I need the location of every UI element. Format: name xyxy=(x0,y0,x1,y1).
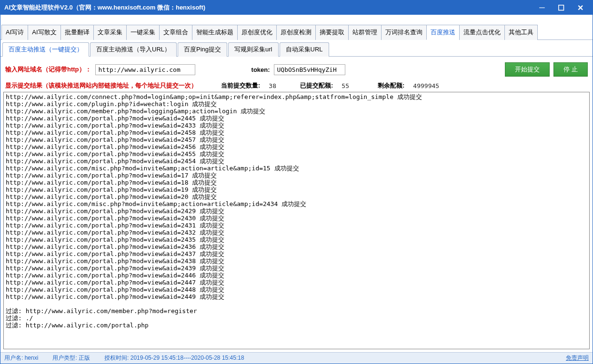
main-tab-5[interactable]: 文章组合 xyxy=(159,25,192,40)
log-line: http://www.ailyric.com/portal.php?mod=vi… xyxy=(6,193,587,200)
token-label: token: xyxy=(251,66,270,73)
remaining-quota-label: 剩余配额: xyxy=(378,81,404,90)
log-line: http://www.ailyric.com/portal.php?mod=vi… xyxy=(6,157,587,165)
main-tab-8[interactable]: 原创度检测 xyxy=(276,25,316,40)
log-line: http://www.ailyric.com/portal.php?mod=vi… xyxy=(6,215,587,222)
result-header-label: 显示提交结果（该模块推送网站内部链接地址，每个地址只提交一次） xyxy=(5,81,197,90)
content-area: 输入网址域名（记得带http）： token: 开始提交 停 止 显示提交结果（… xyxy=(0,57,593,352)
result-header: 显示提交结果（该模块推送网站内部链接地址，每个地址只提交一次） 当前提交数量:3… xyxy=(3,79,590,92)
current-count-label: 当前提交数量: xyxy=(221,81,260,90)
status-user: 用户名: henxi xyxy=(4,354,38,362)
log-line: http://www.ailyric.com/portal.php?mod=vi… xyxy=(6,265,587,272)
sub-tab-0[interactable]: 百度主动推送（一键提交） xyxy=(2,42,89,57)
log-line: http://www.ailyric.com/portal.php?mod=vi… xyxy=(6,122,587,129)
sub-tab-1[interactable]: 百度主动推送（导入URL） xyxy=(90,42,177,57)
log-line: http://www.ailyric.com/portal.php?mod=vi… xyxy=(6,293,587,300)
log-line: 过滤: http://www.ailyric.com/member.php?mo… xyxy=(6,307,587,315)
log-line: http://www.ailyric.com/portal.php?mod=vi… xyxy=(6,150,587,157)
disclaimer-link[interactable]: 免责声明 xyxy=(566,354,589,362)
log-line: http://www.ailyric.com/portal.php?mod=vi… xyxy=(6,179,587,186)
log-line: http://www.ailyric.com/portal.php?mod=vi… xyxy=(6,286,587,293)
log-output[interactable]: http://www.ailyric.com/connect.php?mod=l… xyxy=(3,92,590,349)
sub-tab-4[interactable]: 自动采集URL xyxy=(280,42,329,57)
log-line: http://www.ailyric.com/portal.php?mod=vi… xyxy=(6,250,587,257)
log-line: http://www.ailyric.com/portal.php?mod=vi… xyxy=(6,172,587,179)
log-line: http://www.ailyric.com/connect.php?mod=l… xyxy=(6,93,587,100)
log-line: http://www.ailyric.com/portal.php?mod=vi… xyxy=(6,207,587,215)
main-tab-3[interactable]: 文章采集 xyxy=(93,25,127,40)
log-line: http://www.ailyric.com/misc.php?mod=invi… xyxy=(6,165,587,172)
domain-label: 输入网址域名（记得带http）： xyxy=(5,65,91,74)
log-line: http://www.ailyric.com/portal.php?mod=vi… xyxy=(6,243,587,250)
main-tabs: AI写诗AI写散文批量翻译文章采集一键采集文章组合智能生成标题原创度优化原创度检… xyxy=(0,15,593,40)
main-tab-0[interactable]: AI写诗 xyxy=(1,25,28,40)
sub-tab-2[interactable]: 百度Ping提交 xyxy=(178,42,227,57)
log-line: http://www.ailyric.com/portal.php?mod=vi… xyxy=(6,279,587,286)
titlebar: AI文章智能处理软件V2.0（官网：www.henxisoft.com 微信：h… xyxy=(0,0,593,15)
log-line: http://www.ailyric.com/portal.php?mod=vi… xyxy=(6,143,587,150)
log-line: 过滤: ./ xyxy=(6,315,587,322)
log-line: http://www.ailyric.com/misc.php?mod=invi… xyxy=(6,200,587,207)
window-title: AI文章智能处理软件V2.0（官网：www.henxisoft.com 微信：h… xyxy=(4,3,533,12)
main-tab-9[interactable]: 摘要提取 xyxy=(315,25,349,40)
stop-button[interactable]: 停 止 xyxy=(553,62,588,77)
current-count-value: 38 xyxy=(269,82,276,89)
main-tab-4[interactable]: 一键采集 xyxy=(126,25,160,40)
minimize-button[interactable]: ─ xyxy=(533,2,551,13)
submitted-quota-label: 已提交配额: xyxy=(300,81,333,90)
log-line: 过滤: http://www.ailyric.com/portal.php xyxy=(6,322,587,329)
log-line: http://www.ailyric.com/portal.php?mod=vi… xyxy=(6,186,587,193)
log-line: http://www.ailyric.com/portal.php?mod=vi… xyxy=(6,115,587,122)
token-input[interactable] xyxy=(274,64,345,75)
statusbar: 用户名: henxi 用户类型: 正版 授权时间: 2019-05-29 15:… xyxy=(0,352,593,364)
close-button[interactable]: ✕ xyxy=(572,2,589,13)
main-tab-11[interactable]: 万词排名查询 xyxy=(381,25,427,40)
input-row: 输入网址域名（记得带http）： token: 开始提交 停 止 xyxy=(3,59,590,79)
main-tab-2[interactable]: 批量翻译 xyxy=(60,25,94,40)
main-tab-10[interactable]: 站群管理 xyxy=(348,25,382,40)
start-submit-button[interactable]: 开始提交 xyxy=(505,62,550,77)
log-line: http://www.ailyric.com/portal.php?mod=vi… xyxy=(6,272,587,279)
log-line: http://www.ailyric.com/plugin.php?id=wec… xyxy=(6,100,587,108)
sub-tabs: 百度主动推送（一键提交）百度主动推送（导入URL）百度Ping提交写规则采集ur… xyxy=(0,40,593,57)
log-line: http://www.ailyric.com/portal.php?mod=vi… xyxy=(6,222,587,229)
log-line: http://www.ailyric.com/portal.php?mod=vi… xyxy=(6,257,587,265)
sub-tab-3[interactable]: 写规则采集url xyxy=(228,42,278,57)
log-line: http://www.ailyric.com/portal.php?mod=vi… xyxy=(6,236,587,243)
main-tab-6[interactable]: 智能生成标题 xyxy=(192,25,238,40)
log-line: http://www.ailyric.com/portal.php?mod=vi… xyxy=(6,136,587,143)
main-tab-7[interactable]: 原创度优化 xyxy=(237,25,277,40)
submitted-quota-value: 55 xyxy=(342,82,349,89)
domain-input[interactable] xyxy=(95,64,195,75)
status-auth: 授权时间: 2019-05-29 15:45:18----2020-05-28 … xyxy=(104,354,244,362)
main-tab-1[interactable]: AI写散文 xyxy=(28,25,60,40)
remaining-quota-value: 4999945 xyxy=(413,82,439,89)
main-tab-14[interactable]: 其他工具 xyxy=(504,25,538,40)
log-line: http://www.ailyric.com/portal.php?mod=vi… xyxy=(6,229,587,236)
main-tab-13[interactable]: 流量点击优化 xyxy=(459,25,505,40)
maximize-button[interactable]: ☐ xyxy=(553,2,570,13)
log-line: http://www.ailyric.com/member.php?mod=lo… xyxy=(6,108,587,115)
app-window: AI文章智能处理软件V2.0（官网：www.henxisoft.com 微信：h… xyxy=(0,0,593,364)
main-tab-12[interactable]: 百度推送 xyxy=(426,25,460,40)
log-line xyxy=(6,300,587,307)
status-type: 用户类型: 正版 xyxy=(52,354,90,362)
log-line: http://www.ailyric.com/portal.php?mod=vi… xyxy=(6,129,587,136)
window-controls: ─ ☐ ✕ xyxy=(533,2,589,13)
